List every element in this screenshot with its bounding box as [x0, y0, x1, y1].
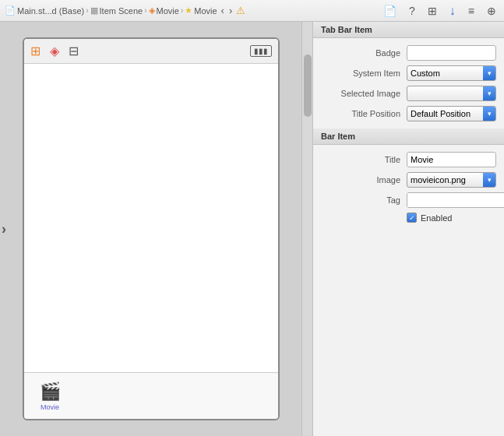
- scrollbar-thumb[interactable]: [304, 54, 312, 117]
- breadcrumb-item-scene[interactable]: ▦ Item Scene: [90, 5, 143, 16]
- canvas-area: › ⊞ ◈ ⊟ ▮▮▮ 🎬 Movie: [0, 22, 301, 436]
- battery-icon: ▮▮▮: [250, 45, 272, 57]
- nav-prev-button[interactable]: ‹: [219, 3, 227, 18]
- star-icon: ★: [185, 5, 192, 16]
- bar-title-input[interactable]: [407, 152, 496, 167]
- system-item-arrow: ▾: [483, 66, 495, 80]
- image-select[interactable]: movieicon.png ▾: [407, 172, 496, 188]
- tag-label: Tag: [321, 195, 407, 205]
- phone-top-bar: ⊞ ◈ ⊟ ▮▮▮: [24, 39, 278, 64]
- tag-control: ▲ ▼: [407, 192, 504, 208]
- selected-image-arrow: ▾: [483, 86, 495, 100]
- image-control: movieicon.png ▾: [407, 172, 496, 188]
- movie-icon: ◈: [149, 5, 155, 16]
- tab-bar-item-title: Tab Bar Item: [321, 25, 372, 34]
- image-arrow: ▾: [483, 173, 495, 187]
- nav-next-button[interactable]: ›: [227, 3, 234, 18]
- selected-image-control: ▾: [407, 86, 496, 101]
- tab-bar-item-form: Badge System Item Custom ▾ Selected Imag…: [313, 38, 504, 128]
- image-row: Image movieicon.png ▾: [313, 170, 504, 190]
- image-label: Image: [321, 175, 407, 185]
- doc-button[interactable]: 📄: [380, 3, 400, 19]
- title-position-label: Title Position: [321, 109, 407, 118]
- phone-frame: ⊞ ◈ ⊟ ▮▮▮ 🎬 Movie: [23, 37, 280, 420]
- warning-icon: ⚠: [236, 5, 245, 16]
- title-position-arrow: ▾: [483, 107, 495, 121]
- checkbox-check-icon: ✓: [409, 214, 415, 222]
- badge-label: Badge: [321, 48, 407, 58]
- bar-title-row: Title: [313, 149, 504, 170]
- breadcrumb-sep-3: ›: [181, 6, 183, 15]
- phone-layers2-icon[interactable]: ⊟: [69, 44, 79, 58]
- breadcrumb-movie-view-label: Movie: [157, 6, 179, 16]
- breadcrumb-item-scene-label: Item Scene: [100, 6, 143, 16]
- grid-button[interactable]: ⊞: [425, 3, 440, 19]
- image-value: movieicon.png: [411, 175, 483, 185]
- main-content: › ⊞ ◈ ⊟ ▮▮▮ 🎬 Movie: [0, 22, 504, 436]
- system-item-value: Custom: [411, 69, 483, 78]
- bar-item-section-header: Bar Item: [313, 128, 504, 145]
- breadcrumb: 📄 Main.st...d (Base) › ▦ Item Scene › ◈ …: [5, 5, 217, 16]
- title-position-value: Default Position: [411, 109, 483, 118]
- breadcrumb-movie-star-label: Movie: [194, 6, 217, 16]
- breadcrumb-sep-1: ›: [86, 6, 88, 15]
- badge-row: Badge: [313, 43, 504, 63]
- nav-arrows: ‹ ›: [219, 3, 235, 18]
- phone-cube-icon[interactable]: ◈: [50, 44, 59, 58]
- doc-icon: 📄: [5, 5, 16, 16]
- breadcrumb-main-label: Main.st...d (Base): [17, 6, 84, 16]
- panel-bottom: [313, 230, 504, 436]
- phone-layers-icon[interactable]: ⊞: [30, 44, 41, 58]
- system-item-label: System Item: [321, 69, 407, 78]
- selected-image-label: Selected Image: [321, 89, 407, 98]
- bar-item-form: Title Image movieicon.png ▾ Tag: [313, 145, 504, 230]
- tag-number-field: ▲ ▼: [407, 192, 504, 208]
- breadcrumb-movie-view[interactable]: ◈ Movie: [149, 5, 179, 16]
- add-button[interactable]: ⊕: [484, 3, 499, 19]
- bar-title-label: Title: [321, 155, 407, 164]
- lines-button[interactable]: ≡: [465, 3, 478, 19]
- movie-tab-item[interactable]: 🎬 Movie: [30, 377, 70, 416]
- badge-input[interactable]: [407, 45, 496, 61]
- title-position-row: Title Position Default Position ▾: [313, 104, 504, 124]
- breadcrumb-main[interactable]: 📄 Main.st...d (Base): [5, 5, 84, 16]
- right-panel: Tab Bar Item Badge System Item Custom ▾: [312, 22, 504, 436]
- tag-input[interactable]: [407, 193, 504, 207]
- toolbar: 📄 Main.st...d (Base) › ▦ Item Scene › ◈ …: [0, 0, 504, 22]
- system-item-row: System Item Custom ▾: [313, 63, 504, 83]
- enabled-row: ✓ Enabled: [313, 210, 504, 225]
- phone-toolbar-icons: ⊞ ◈ ⊟: [30, 44, 79, 58]
- breadcrumb-movie-star[interactable]: ★ Movie: [185, 5, 217, 16]
- download-button[interactable]: ↓: [446, 2, 459, 19]
- selected-image-select[interactable]: ▾: [407, 86, 496, 101]
- title-position-select[interactable]: Default Position ▾: [407, 106, 496, 121]
- system-item-control: Custom ▾: [407, 65, 496, 81]
- bar-title-control: [407, 152, 496, 167]
- vertical-scrollbar[interactable]: [301, 22, 312, 436]
- enabled-label: Enabled: [421, 213, 452, 223]
- breadcrumb-sep-2: ›: [144, 6, 146, 15]
- bar-item-title: Bar Item: [321, 132, 355, 141]
- left-arrow-icon: ›: [2, 221, 6, 237]
- phone-tab-bar: 🎬 Movie: [24, 372, 278, 419]
- selected-image-row: Selected Image ▾: [313, 83, 504, 104]
- title-position-control: Default Position ▾: [407, 106, 496, 121]
- movie-tab-label: Movie: [41, 403, 59, 411]
- phone-content: [24, 64, 278, 372]
- scene-icon: ▦: [90, 5, 98, 16]
- badge-control: [407, 45, 496, 61]
- system-item-select[interactable]: Custom ▾: [407, 65, 496, 81]
- movie-tab-icon: 🎬: [40, 382, 61, 402]
- help-button[interactable]: ?: [406, 3, 418, 19]
- tab-bar-item-section-header: Tab Bar Item: [313, 22, 504, 38]
- enabled-checkbox[interactable]: ✓: [407, 213, 417, 223]
- tag-row: Tag ▲ ▼: [313, 190, 504, 210]
- toolbar-actions: 📄 ? ⊞ ↓ ≡ ⊕: [380, 2, 499, 19]
